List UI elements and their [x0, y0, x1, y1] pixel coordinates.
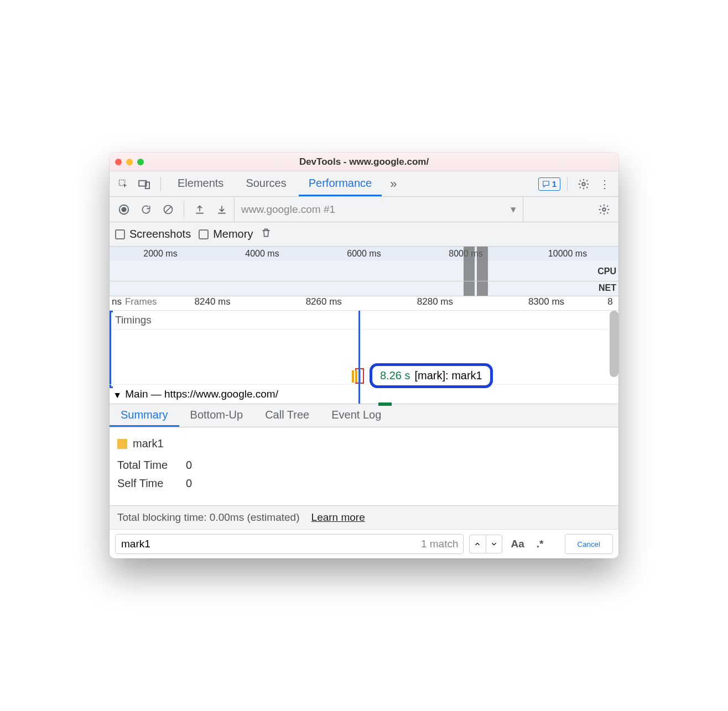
regex-toggle[interactable]: .*	[533, 538, 547, 550]
tab-bottom-up[interactable]: Bottom-Up	[179, 404, 254, 427]
tab-event-log[interactable]: Event Log	[320, 404, 392, 427]
self-time-label: Self Time	[117, 477, 178, 490]
divider	[160, 177, 161, 191]
options-row: Screenshots Memory	[110, 222, 618, 247]
traffic-lights	[115, 159, 144, 165]
overview-window-handle[interactable]	[477, 247, 488, 296]
timings-track-header[interactable]: Timings	[110, 311, 618, 330]
timings-track[interactable]	[110, 330, 618, 385]
delete-icon[interactable]	[261, 227, 272, 242]
recording-dropdown[interactable]: www.google.com #1 ▾	[234, 197, 523, 222]
memory-checkbox[interactable]: Memory	[199, 228, 253, 241]
more-tabs-icon[interactable]: »	[384, 175, 403, 194]
blocking-time-text: Total blocking time: 0.00ms (estimated)	[117, 511, 299, 523]
main-track-header[interactable]: ▶ Main — https://www.google.com/	[110, 385, 618, 404]
clear-icon[interactable]	[158, 200, 178, 219]
details-tabs: Summary Bottom-Up Call Tree Event Log	[110, 404, 618, 427]
flame-chart[interactable]: ns Frames 8240 ms 8260 ms 8280 ms 8300 m…	[110, 296, 618, 404]
main-tab-strip: Elements Sources Performance » 1 ⋮	[110, 171, 618, 197]
divider	[184, 202, 184, 217]
close-window-button[interactable]	[115, 159, 122, 165]
kebab-menu-icon[interactable]: ⋮	[595, 175, 614, 194]
search-cancel-button[interactable]: Cancel	[565, 534, 613, 554]
device-toggle-icon[interactable]	[135, 175, 154, 194]
svg-point-5	[122, 207, 126, 211]
upload-icon[interactable]	[190, 200, 210, 219]
zoom-window-button[interactable]	[137, 159, 144, 165]
tooltip-text: [mark]: mark1	[414, 369, 482, 382]
feedback-badge[interactable]: 1	[538, 177, 560, 191]
window-title: DevTools - www.google.com/	[110, 156, 618, 168]
performance-toolbar: www.google.com #1 ▾	[110, 197, 618, 222]
tab-elements[interactable]: Elements	[168, 171, 233, 196]
reload-icon[interactable]	[136, 200, 156, 219]
expand-caret-icon: ▶	[114, 393, 122, 398]
mark-tooltip: 8.26 s [mark]: mark1	[370, 363, 493, 388]
svg-point-7	[602, 208, 606, 211]
overview-window-handle[interactable]	[464, 247, 475, 296]
record-icon[interactable]	[114, 200, 134, 219]
devtools-window: DevTools - www.google.com/ Elements Sour…	[110, 153, 618, 558]
tooltip-time: 8.26 s	[380, 369, 410, 382]
inspect-icon[interactable]	[114, 175, 133, 194]
event-color-swatch	[117, 439, 127, 449]
svg-point-3	[582, 182, 585, 186]
cpu-label: CPU	[597, 266, 616, 276]
total-time-label: Total Time	[117, 459, 178, 472]
dropdown-caret-icon: ▾	[511, 203, 516, 216]
recording-label: www.google.com #1	[241, 203, 335, 216]
event-name: mark1	[133, 437, 164, 450]
match-case-toggle[interactable]: Aa	[508, 538, 528, 550]
net-label: NET	[599, 283, 616, 293]
blocking-time-footer: Total blocking time: 0.00ms (estimated) …	[110, 505, 618, 529]
search-field-wrapper: 1 match	[115, 534, 464, 554]
vertical-scrollbar[interactable]	[610, 311, 618, 377]
settings-icon[interactable]	[574, 175, 593, 194]
download-icon[interactable]	[212, 200, 232, 219]
total-time-value: 0	[186, 459, 192, 472]
tab-summary[interactable]: Summary	[110, 404, 179, 427]
flame-ticks: ns Frames 8240 ms 8260 ms 8280 ms 8300 m…	[110, 296, 618, 311]
tab-performance[interactable]: Performance	[299, 171, 382, 196]
screenshots-checkbox[interactable]: Screenshots	[115, 228, 191, 241]
search-input[interactable]	[116, 538, 421, 550]
user-timing-mark[interactable]	[378, 402, 392, 406]
overview-ticks: 2000 ms 4000 ms 6000 ms 8000 ms 10000 ms	[110, 247, 618, 261]
search-matches: 1 match	[421, 538, 463, 550]
search-bar: 1 match Aa .* Cancel	[110, 529, 618, 558]
tab-sources[interactable]: Sources	[236, 171, 296, 196]
capture-settings-icon[interactable]	[594, 200, 614, 219]
feedback-count: 1	[552, 179, 557, 189]
playhead-line	[358, 311, 360, 404]
learn-more-link[interactable]: Learn more	[311, 511, 365, 523]
self-time-value: 0	[186, 477, 192, 490]
overview-timeline[interactable]: 2000 ms 4000 ms 6000 ms 8000 ms 10000 ms…	[110, 247, 618, 296]
search-next-button[interactable]	[486, 535, 502, 553]
search-prev-button[interactable]	[469, 535, 486, 553]
tab-call-tree[interactable]: Call Tree	[254, 404, 320, 427]
summary-panel: mark1 Total Time 0 Self Time 0	[110, 427, 618, 505]
titlebar: DevTools - www.google.com/	[110, 153, 618, 171]
divider	[567, 177, 568, 191]
minimize-window-button[interactable]	[126, 159, 133, 165]
